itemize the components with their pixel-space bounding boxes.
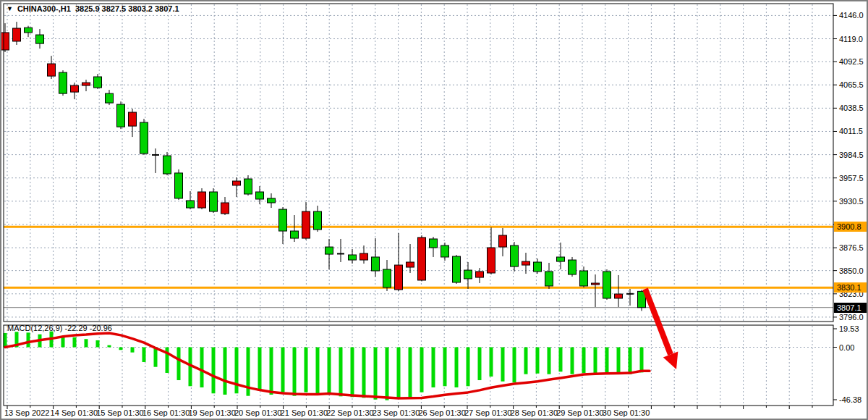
time-tick-label: 19 Sep 01:30	[188, 408, 235, 417]
time-tick-label: 30 Sep 01:30	[603, 408, 650, 417]
candle-body	[244, 179, 252, 194]
candle	[569, 257, 576, 277]
time-tick-label: 13 Sep 2022	[4, 408, 49, 417]
macd-histogram-bar	[328, 348, 331, 395]
macd-indicator-label: MACD(12,26,9) -22.29 -20.96	[7, 324, 112, 332]
macd-histogram-bar	[640, 348, 644, 373]
macd-histogram-bar	[61, 337, 65, 348]
candle-body	[106, 93, 114, 103]
candle-series	[1, 22, 646, 311]
chart-header: ▼ CHINA300-,H1 3825.9 3827.5 3803.2 3807…	[7, 4, 179, 13]
candle	[152, 148, 159, 173]
candle	[25, 26, 33, 37]
candle	[499, 228, 507, 256]
candle-body	[221, 203, 229, 214]
chart-window: 4146.04119.04092.54065.54038.54011.53984…	[0, 0, 868, 420]
down-trend-arrow[interactable]	[645, 289, 678, 369]
candle	[117, 101, 125, 129]
candle-body	[117, 104, 125, 127]
macd-histogram-bar	[200, 348, 204, 387]
candle	[187, 191, 195, 209]
macd-histogram-bar	[305, 348, 308, 392]
macd-histogram-bar	[131, 348, 135, 353]
candle-body	[140, 122, 148, 154]
candle-body	[372, 257, 380, 271]
candle	[314, 206, 322, 232]
price-tick-label: 4038.5	[839, 104, 864, 112]
macd-histogram-bar	[594, 348, 597, 374]
candle-body	[71, 85, 79, 92]
price-tick-label: 3876.5	[839, 243, 864, 252]
time-tick-label: 23 Sep 01:30	[373, 408, 420, 417]
time-tick-label: 28 Sep 01:30	[511, 408, 558, 417]
candle-body	[163, 156, 171, 174]
macd-histogram-bar	[316, 348, 320, 395]
candle-body	[534, 262, 542, 272]
candle-body	[13, 28, 21, 41]
chart-title: CHINA300-,H1	[17, 4, 71, 13]
candle-body	[256, 192, 264, 199]
candle	[82, 80, 90, 91]
candle	[407, 244, 414, 273]
time-tick-label: 22 Sep 01:30	[326, 408, 373, 417]
price-tick-label: 3796.0	[839, 313, 864, 322]
current-price-badge: 3807.1	[834, 303, 867, 313]
candle-body	[511, 245, 519, 266]
candle-body	[48, 64, 56, 76]
candle	[603, 269, 611, 300]
candle-body	[522, 261, 530, 265]
candle	[372, 238, 380, 277]
macd-histogram-bar	[235, 348, 239, 394]
chart-canvas[interactable]: 4146.04119.04092.54065.54038.54011.53984…	[1, 1, 868, 420]
candle	[302, 202, 310, 240]
time-tick-label: 16 Sep 01:30	[142, 408, 190, 417]
candle-body	[268, 198, 276, 203]
candle-body	[326, 247, 333, 254]
macd-histogram-bar	[409, 348, 412, 399]
candle	[464, 262, 472, 289]
price-tick-label: 3930.5	[839, 197, 864, 206]
candle	[48, 56, 56, 79]
candle	[383, 260, 391, 291]
candle-body	[314, 211, 322, 230]
candle	[59, 70, 67, 96]
symbol-dropdown-icon[interactable]: ▼	[7, 5, 13, 13]
macd-histogram-bar	[443, 348, 447, 387]
macd-histogram-bar	[432, 348, 435, 387]
candle	[129, 109, 137, 137]
candle-body	[418, 238, 426, 280]
chart-ohlc-values: 3825.9 3827.5 3803.2 3807.1	[75, 4, 179, 13]
candle	[337, 239, 344, 262]
macd-histogram-bar	[27, 332, 30, 347]
macd-histogram-bar	[536, 348, 540, 374]
candle-body	[557, 257, 565, 261]
macd-histogram-bar	[108, 345, 111, 348]
price-tick-label: 4146.0	[839, 11, 864, 20]
candle-body	[464, 270, 472, 279]
macd-histogram-bar	[96, 340, 100, 348]
time-tick-label: 14 Sep 01:30	[51, 408, 98, 417]
macd-axis: 19.530.00-46.38	[833, 324, 861, 404]
candle-body	[441, 245, 449, 257]
macd-tick-label: 0.00	[839, 343, 854, 352]
candle-body	[395, 265, 403, 290]
macd-histogram-bar	[455, 348, 459, 387]
candle-body	[198, 192, 206, 208]
candle	[210, 188, 218, 213]
time-tick-label: 29 Sep 01:30	[556, 408, 603, 417]
candle-body	[569, 260, 576, 274]
candle	[511, 242, 519, 272]
macd-histogram-bar	[270, 348, 273, 395]
candle	[592, 274, 600, 307]
macd-histogram-bar	[501, 348, 505, 382]
price-axis: 4146.04119.04092.54065.54038.54011.53984…	[833, 11, 864, 322]
candle-body	[291, 231, 299, 238]
candle-body	[407, 262, 414, 267]
candle	[453, 255, 461, 284]
candle	[626, 289, 634, 306]
candle	[244, 175, 252, 196]
candle	[140, 119, 148, 155]
candle	[94, 74, 102, 89]
candle-body	[302, 211, 310, 238]
candle-body	[59, 72, 67, 93]
